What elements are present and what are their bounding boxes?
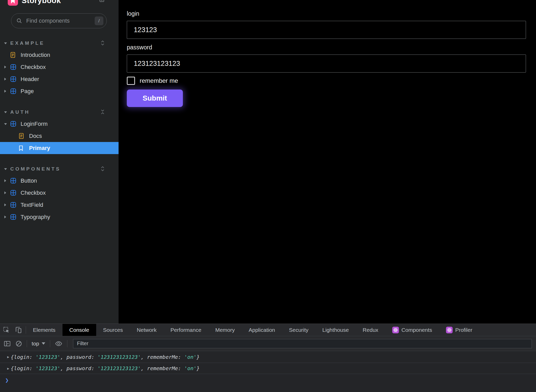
tab-network[interactable]: Network bbox=[130, 324, 164, 336]
prompt-chevron-icon: ❯ bbox=[5, 377, 9, 384]
components-items: Button Checkbox TextField bbox=[0, 175, 119, 223]
tab-application[interactable]: Application bbox=[242, 324, 282, 336]
tab-performance[interactable]: Performance bbox=[164, 324, 208, 336]
sidebar-section-example[interactable]: EXAMPLE bbox=[0, 39, 119, 47]
expand-object-icon[interactable]: ▶ bbox=[7, 367, 9, 370]
sidebar-item-checkbox[interactable]: Checkbox bbox=[0, 61, 119, 73]
sidebar-item-typography[interactable]: Typography bbox=[0, 211, 119, 223]
sidebar-item-loginform[interactable]: LoginForm bbox=[0, 118, 119, 130]
search-shortcut-badge: / bbox=[95, 16, 103, 25]
tab-lighthouse[interactable]: Lighthouse bbox=[315, 324, 356, 336]
expand-object-icon[interactable]: ▶ bbox=[7, 355, 9, 359]
sidebar-header: Storybook bbox=[0, 0, 119, 7]
chevron-down-icon[interactable] bbox=[4, 111, 10, 113]
divider bbox=[67, 340, 67, 347]
tab-memory[interactable]: Memory bbox=[208, 324, 242, 336]
react-devtools-icon bbox=[392, 327, 399, 333]
tab-console[interactable]: Console bbox=[62, 324, 96, 336]
chevron-right-icon[interactable] bbox=[4, 179, 10, 182]
console-filter-input[interactable] bbox=[73, 339, 532, 348]
expand-all-icon[interactable] bbox=[101, 40, 105, 47]
clear-console-icon[interactable] bbox=[15, 340, 22, 347]
story-canvas: login password remember me Submit bbox=[119, 0, 536, 324]
tab-elements[interactable]: Elements bbox=[26, 324, 62, 336]
inspect-element-icon[interactable] bbox=[3, 327, 10, 333]
sidebar-item-loginform-docs[interactable]: Docs bbox=[0, 130, 119, 142]
storybook-brand[interactable]: Storybook bbox=[8, 0, 61, 6]
tab-components[interactable]: Components bbox=[385, 324, 439, 336]
link-icon[interactable] bbox=[100, 0, 104, 4]
login-form: login password remember me Submit bbox=[119, 0, 536, 107]
tab-redux[interactable]: Redux bbox=[356, 324, 385, 336]
chevron-right-icon[interactable] bbox=[4, 203, 10, 206]
divider bbox=[50, 340, 50, 347]
console-prompt[interactable]: ❯ bbox=[0, 374, 536, 386]
component-icon bbox=[10, 76, 17, 82]
chevron-right-icon[interactable] bbox=[4, 90, 10, 93]
sidebar-item-loginform-primary[interactable]: Primary bbox=[0, 142, 119, 154]
console-message[interactable]: ▶ {login: '123123', password: '123123123… bbox=[0, 351, 536, 363]
chevron-down-icon[interactable] bbox=[4, 42, 10, 44]
devtools-tabbar: Elements Console Sources Network Perform… bbox=[0, 324, 536, 336]
console-message[interactable]: ▶ {login: '123123', password: '123123123… bbox=[0, 363, 536, 374]
bookmark-icon bbox=[19, 145, 25, 151]
storybook-logo-icon bbox=[8, 0, 18, 6]
tab-security[interactable]: Security bbox=[282, 324, 315, 336]
remember-me-label: remember me bbox=[140, 77, 178, 84]
chevron-right-icon[interactable] bbox=[4, 191, 10, 194]
component-icon bbox=[10, 121, 17, 127]
component-icon bbox=[10, 202, 17, 208]
chevron-down-icon[interactable] bbox=[4, 168, 10, 170]
execution-context-selector[interactable]: top bbox=[32, 341, 45, 347]
chevron-right-icon[interactable] bbox=[4, 78, 10, 81]
password-label: password bbox=[127, 44, 526, 51]
component-icon bbox=[10, 190, 17, 196]
chevron-right-icon[interactable] bbox=[4, 66, 10, 68]
submit-button[interactable]: Submit bbox=[127, 90, 183, 107]
search-input[interactable] bbox=[26, 17, 95, 24]
component-icon bbox=[10, 214, 17, 220]
search-icon bbox=[16, 18, 22, 24]
react-devtools-icon bbox=[446, 327, 453, 333]
sidebar-section-components[interactable]: COMPONENTS bbox=[0, 165, 119, 173]
sidebar-item-checkbox-2[interactable]: Checkbox bbox=[0, 187, 119, 199]
sidebar-item-page[interactable]: Page bbox=[0, 85, 119, 97]
login-label: login bbox=[127, 10, 526, 17]
tab-sources[interactable]: Sources bbox=[96, 324, 130, 336]
sidebar-item-button[interactable]: Button bbox=[0, 175, 119, 187]
tab-profiler[interactable]: Profiler bbox=[439, 324, 479, 336]
console-sidebar-toggle-icon[interactable] bbox=[4, 341, 11, 347]
search-box[interactable]: / bbox=[11, 13, 107, 28]
console-toolbar: top bbox=[0, 336, 536, 351]
remember-me-checkbox[interactable] bbox=[127, 77, 135, 85]
brand-title: Storybook bbox=[22, 0, 61, 5]
example-items: Introduction Checkbox Header bbox=[0, 49, 119, 97]
chevron-down-icon bbox=[42, 342, 45, 345]
expand-all-icon[interactable] bbox=[101, 166, 105, 173]
collapse-all-icon[interactable] bbox=[101, 109, 105, 116]
live-expression-eye-icon[interactable] bbox=[55, 341, 62, 347]
devtools-tool-icons bbox=[0, 324, 26, 336]
doc-icon bbox=[19, 133, 25, 139]
auth-items: LoginForm Docs Primary bbox=[0, 118, 119, 154]
sidebar-item-textfield[interactable]: TextField bbox=[0, 199, 119, 211]
doc-icon bbox=[10, 52, 17, 58]
storybook-sidebar: Storybook / EXAMPLE bbox=[0, 0, 119, 324]
chevron-right-icon[interactable] bbox=[4, 216, 10, 218]
devtools-panel: Elements Console Sources Network Perform… bbox=[0, 324, 536, 392]
chevron-down-icon[interactable] bbox=[4, 123, 10, 125]
sidebar-item-header[interactable]: Header bbox=[0, 73, 119, 85]
device-toolbar-icon[interactable] bbox=[15, 327, 22, 333]
component-icon bbox=[10, 64, 17, 70]
component-icon bbox=[10, 88, 17, 94]
login-input[interactable] bbox=[127, 21, 526, 39]
divider bbox=[27, 340, 27, 347]
sidebar-section-auth[interactable]: AUTH bbox=[0, 108, 119, 116]
component-icon bbox=[10, 178, 17, 184]
remember-me-row[interactable]: remember me bbox=[127, 77, 526, 85]
password-input[interactable] bbox=[127, 55, 526, 73]
sidebar-item-introduction[interactable]: Introduction bbox=[0, 49, 119, 61]
